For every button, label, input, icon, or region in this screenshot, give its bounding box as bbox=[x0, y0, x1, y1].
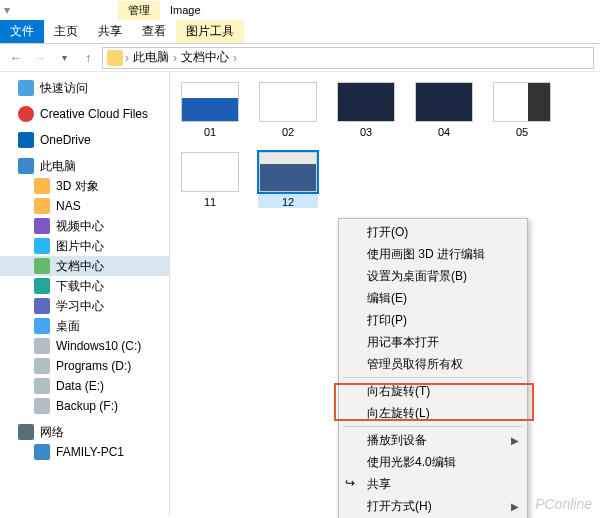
sidebar-item-nas[interactable]: NAS bbox=[0, 196, 169, 216]
sidebar-item-pictures[interactable]: 图片中心 bbox=[0, 236, 169, 256]
tab-view[interactable]: 查看 bbox=[132, 20, 176, 43]
nav-dropdown-icon[interactable]: ▾ bbox=[54, 48, 74, 68]
ctx-open-notepad[interactable]: 用记事本打开 bbox=[339, 331, 527, 353]
window-title: Image bbox=[160, 4, 211, 16]
file-thumbnail[interactable]: 02 bbox=[258, 82, 318, 138]
chevron-right-icon: ▶ bbox=[511, 435, 519, 446]
separator bbox=[343, 426, 523, 427]
sidebar-item-label: Programs (D:) bbox=[56, 359, 131, 373]
file-name: 12 bbox=[282, 196, 294, 208]
sidebar-item-label: Creative Cloud Files bbox=[40, 107, 148, 121]
ctx-open-with[interactable]: 打开方式(H)▶ bbox=[339, 495, 527, 517]
sidebar-item-documents[interactable]: 文档中心 bbox=[0, 256, 169, 276]
chevron-right-icon: › bbox=[125, 51, 129, 65]
ctx-admin-take-ownership[interactable]: 管理员取得所有权 bbox=[339, 353, 527, 375]
context-menu: 打开(O) 使用画图 3D 进行编辑 设置为桌面背景(B) 编辑(E) 打印(P… bbox=[338, 218, 528, 518]
share-icon: ↪ bbox=[345, 476, 361, 492]
file-thumbnail[interactable]: 05 bbox=[492, 82, 552, 138]
file-name: 11 bbox=[204, 196, 216, 208]
sidebar-item-drive-e[interactable]: Data (E:) bbox=[0, 376, 169, 396]
sidebar-item-network-pc[interactable]: FAMILY-PC1 bbox=[0, 442, 169, 462]
tab-picture-tools[interactable]: 图片工具 bbox=[176, 20, 244, 43]
ctx-print[interactable]: 打印(P) bbox=[339, 309, 527, 331]
sidebar-item-study[interactable]: 学习中心 bbox=[0, 296, 169, 316]
quickbar-dropdown-icon[interactable]: ▾ bbox=[4, 3, 10, 17]
sidebar-item-label: 此电脑 bbox=[40, 158, 76, 175]
folder-icon bbox=[34, 198, 50, 214]
ctx-open[interactable]: 打开(O) bbox=[339, 221, 527, 243]
sidebar-item-label: 网络 bbox=[40, 424, 64, 441]
file-thumbnail[interactable]: 01 bbox=[180, 82, 240, 138]
tab-home[interactable]: 主页 bbox=[44, 20, 88, 43]
file-thumbnail[interactable]: 03 bbox=[336, 82, 396, 138]
file-thumbnail-selected[interactable]: 12 bbox=[258, 152, 318, 208]
sidebar-item-drive-f[interactable]: Backup (F:) bbox=[0, 396, 169, 416]
sidebar-item-label: Windows10 (C:) bbox=[56, 339, 141, 353]
watermark: PConline bbox=[535, 496, 592, 512]
drive-icon bbox=[34, 358, 50, 374]
file-thumbnail[interactable]: 11 bbox=[180, 152, 240, 208]
ctx-rotate-left[interactable]: 向左旋转(L) bbox=[339, 402, 527, 424]
ctx-luminar-edit[interactable]: 使用光影4.0编辑 bbox=[339, 451, 527, 473]
navigation-pane: 快速访问 Creative Cloud Files OneDrive 此电脑 3… bbox=[0, 72, 170, 516]
sidebar-quick-access[interactable]: 快速访问 bbox=[0, 78, 169, 98]
download-icon bbox=[34, 278, 50, 294]
sidebar-item-downloads[interactable]: 下载中心 bbox=[0, 276, 169, 296]
file-name: 05 bbox=[516, 126, 528, 138]
sidebar-item-label: FAMILY-PC1 bbox=[56, 445, 124, 459]
file-name: 03 bbox=[360, 126, 372, 138]
sidebar-item-label: 下载中心 bbox=[56, 278, 104, 295]
ctx-paint3d[interactable]: 使用画图 3D 进行编辑 bbox=[339, 243, 527, 265]
breadcrumb[interactable]: › 此电脑 › 文档中心 › bbox=[102, 47, 594, 69]
nav-up-icon[interactable]: ↑ bbox=[78, 48, 98, 68]
sidebar-item-label: 文档中心 bbox=[56, 258, 104, 275]
drive-icon bbox=[34, 378, 50, 394]
document-icon bbox=[34, 258, 50, 274]
sidebar-creative-cloud[interactable]: Creative Cloud Files bbox=[0, 104, 169, 124]
ctx-set-wallpaper[interactable]: 设置为桌面背景(B) bbox=[339, 265, 527, 287]
ribbon-tabs: 文件 主页 共享 查看 图片工具 bbox=[0, 20, 600, 44]
network-icon bbox=[18, 424, 34, 440]
onedrive-icon bbox=[18, 132, 34, 148]
sidebar-network[interactable]: 网络 bbox=[0, 422, 169, 442]
sidebar-item-label: 3D 对象 bbox=[56, 178, 99, 195]
sidebar-item-label: OneDrive bbox=[40, 133, 91, 147]
sidebar-item-drive-c[interactable]: Windows10 (C:) bbox=[0, 336, 169, 356]
sidebar-this-pc[interactable]: 此电脑 bbox=[0, 156, 169, 176]
star-icon bbox=[18, 80, 34, 96]
ctx-share[interactable]: ↪共享 bbox=[339, 473, 527, 495]
pc-icon bbox=[18, 158, 34, 174]
chevron-right-icon: › bbox=[173, 51, 177, 65]
folder-icon bbox=[34, 178, 50, 194]
sidebar-item-videos[interactable]: 视频中心 bbox=[0, 216, 169, 236]
ctx-rotate-right[interactable]: 向右旋转(T) bbox=[339, 380, 527, 402]
breadcrumb-seg[interactable]: 文档中心 bbox=[179, 49, 231, 66]
ctx-cast-to-device[interactable]: 播放到设备▶ bbox=[339, 429, 527, 451]
desktop-icon bbox=[34, 318, 50, 334]
sidebar-item-label: 桌面 bbox=[56, 318, 80, 335]
pc-icon bbox=[34, 444, 50, 460]
tab-file[interactable]: 文件 bbox=[0, 20, 44, 43]
sidebar-item-3dobjects[interactable]: 3D 对象 bbox=[0, 176, 169, 196]
sidebar-item-label: Backup (F:) bbox=[56, 399, 118, 413]
file-name: 01 bbox=[204, 126, 216, 138]
sidebar-item-label: 图片中心 bbox=[56, 238, 104, 255]
picture-icon bbox=[34, 238, 50, 254]
tab-share[interactable]: 共享 bbox=[88, 20, 132, 43]
nav-forward-icon[interactable]: → bbox=[30, 48, 50, 68]
chevron-right-icon: › bbox=[233, 51, 237, 65]
sidebar-onedrive[interactable]: OneDrive bbox=[0, 130, 169, 150]
sidebar-item-desktop[interactable]: 桌面 bbox=[0, 316, 169, 336]
drive-icon bbox=[34, 338, 50, 354]
breadcrumb-seg[interactable]: 此电脑 bbox=[131, 49, 171, 66]
drive-icon bbox=[34, 398, 50, 414]
sidebar-item-drive-d[interactable]: Programs (D:) bbox=[0, 356, 169, 376]
file-name: 02 bbox=[282, 126, 294, 138]
sidebar-item-label: 快速访问 bbox=[40, 80, 88, 97]
file-thumbnail[interactable]: 04 bbox=[414, 82, 474, 138]
sidebar-item-label: 视频中心 bbox=[56, 218, 104, 235]
music-icon bbox=[34, 298, 50, 314]
ctx-edit[interactable]: 编辑(E) bbox=[339, 287, 527, 309]
nav-back-icon[interactable]: ← bbox=[6, 48, 26, 68]
sidebar-item-label: 学习中心 bbox=[56, 298, 104, 315]
